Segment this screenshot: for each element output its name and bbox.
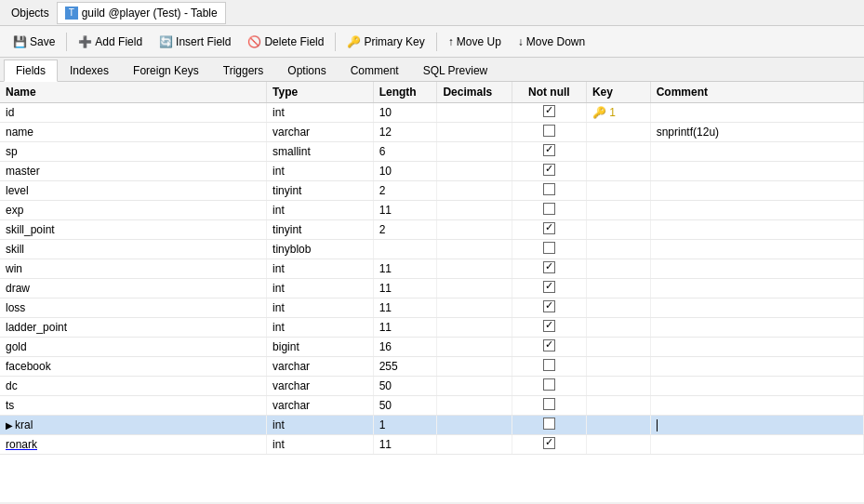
checkbox-unchecked[interactable]: [543, 418, 555, 430]
save-button[interactable]: 💾 Save: [6, 29, 62, 55]
move-up-button[interactable]: ↑ Move Up: [441, 29, 509, 55]
primary-key-button[interactable]: 🔑 Primary Key: [339, 29, 432, 55]
table-row[interactable]: drawint11: [0, 279, 864, 298]
cell-not-null[interactable]: [512, 416, 586, 435]
table-row[interactable]: ladder_pointint11: [0, 318, 864, 338]
table-row[interactable]: winint11: [0, 259, 864, 279]
checkbox-unchecked[interactable]: [543, 242, 555, 254]
table-row[interactable]: ▶ kralint1: [0, 416, 864, 435]
cell-name: dc: [0, 377, 267, 396]
insert-field-button[interactable]: 🔄 Insert Field: [152, 29, 238, 55]
cell-key: [586, 220, 650, 240]
cell-not-null[interactable]: [512, 298, 586, 318]
table-row[interactable]: facebookvarchar255: [0, 357, 864, 377]
table-row[interactable]: namevarchar12snprintf(12u): [0, 123, 864, 142]
checkbox-checked[interactable]: [543, 339, 555, 351]
cell-not-null[interactable]: [512, 396, 586, 416]
field-name: gold: [6, 340, 27, 353]
field-name: kral: [15, 418, 33, 431]
add-field-label: Add Field: [95, 35, 142, 48]
col-header-type: Type: [267, 82, 374, 103]
cell-length: [373, 240, 437, 259]
tab-foreign-keys[interactable]: Foreign Keys: [121, 60, 211, 81]
checkbox-unchecked[interactable]: [543, 183, 555, 195]
cell-not-null[interactable]: [512, 259, 586, 279]
cell-decimals: [437, 123, 512, 142]
cell-not-null[interactable]: [512, 279, 586, 298]
cell-not-null[interactable]: [512, 162, 586, 181]
field-name: facebook: [6, 360, 51, 373]
checkbox-unchecked[interactable]: [543, 398, 555, 410]
key-icon: 🔑 1: [592, 106, 616, 119]
checkbox-checked[interactable]: [543, 164, 555, 176]
checkbox-checked[interactable]: [543, 144, 555, 156]
checkbox-checked[interactable]: [543, 261, 555, 273]
tab-sql-preview[interactable]: SQL Preview: [411, 60, 500, 81]
checkbox-checked[interactable]: [543, 105, 555, 117]
cell-key: [586, 416, 650, 435]
cell-key: [586, 201, 650, 220]
table-row[interactable]: spsmallint6: [0, 142, 864, 162]
table-row[interactable]: tsvarchar50: [0, 396, 864, 416]
objects-tab[interactable]: Objects: [4, 5, 57, 21]
cell-not-null[interactable]: [512, 181, 586, 201]
cell-comment: [650, 240, 863, 259]
cell-decimals: [437, 103, 512, 123]
table-icon: T: [65, 7, 78, 20]
checkbox-unchecked[interactable]: [543, 203, 555, 215]
cell-not-null[interactable]: [512, 201, 586, 220]
cell-not-null[interactable]: [512, 220, 586, 240]
table-row[interactable]: idint10🔑 1: [0, 103, 864, 123]
tab-fields[interactable]: Fields: [4, 60, 58, 82]
cell-type: int: [267, 435, 374, 455]
tab-options[interactable]: Options: [275, 60, 338, 81]
checkbox-unchecked[interactable]: [543, 125, 555, 137]
cell-name: ladder_point: [0, 318, 267, 338]
cell-not-null[interactable]: [512, 435, 586, 455]
add-field-button[interactable]: ➕ Add Field: [71, 29, 150, 55]
table-row[interactable]: dcvarchar50: [0, 377, 864, 396]
checkbox-unchecked[interactable]: [543, 378, 555, 391]
tab-comment[interactable]: Comment: [339, 60, 411, 81]
cell-name: master: [0, 162, 267, 181]
cell-decimals: [437, 162, 512, 181]
checkbox-checked[interactable]: [543, 222, 555, 234]
cell-not-null[interactable]: [512, 377, 586, 396]
cell-not-null[interactable]: [512, 103, 586, 123]
checkbox-checked[interactable]: [543, 320, 555, 332]
cell-not-null[interactable]: [512, 123, 586, 142]
table-row[interactable]: leveltinyint2: [0, 181, 864, 201]
table-row[interactable]: skilltinyblob: [0, 240, 864, 259]
cell-comment: snprintf(12u): [650, 123, 863, 142]
table-row[interactable]: ronarkint11: [0, 435, 864, 455]
cell-key: [586, 240, 650, 259]
delete-field-label: Delete Field: [264, 35, 324, 48]
cell-decimals: [437, 377, 512, 396]
cell-not-null[interactable]: [512, 142, 586, 162]
cell-not-null[interactable]: [512, 357, 586, 377]
tab-indexes[interactable]: Indexes: [58, 60, 121, 81]
checkbox-checked[interactable]: [543, 281, 555, 293]
table-row[interactable]: goldbigint16: [0, 338, 864, 357]
table-row[interactable]: lossint11: [0, 298, 864, 318]
cell-not-null[interactable]: [512, 240, 586, 259]
table-row[interactable]: masterint10: [0, 162, 864, 181]
field-name: dc: [6, 379, 18, 392]
checkbox-checked[interactable]: [543, 437, 555, 449]
cell-not-null[interactable]: [512, 318, 586, 338]
tab-triggers[interactable]: Triggers: [211, 60, 276, 81]
table-row[interactable]: expint11: [0, 201, 864, 220]
cell-key: 🔑 1: [586, 103, 650, 123]
checkbox-checked[interactable]: [543, 300, 555, 312]
fields-table: Name Type Length Decimals Not null Key C…: [0, 82, 864, 455]
cell-not-null[interactable]: [512, 338, 586, 357]
col-header-decimals: Decimals: [437, 82, 512, 103]
cell-comment: [650, 396, 863, 416]
cell-decimals: [437, 396, 512, 416]
move-down-button[interactable]: ↓ Move Down: [511, 29, 592, 55]
delete-field-button[interactable]: 🚫 Delete Field: [240, 29, 331, 55]
cell-comment: [650, 279, 863, 298]
table-header-row: Name Type Length Decimals Not null Key C…: [0, 82, 864, 103]
table-row[interactable]: skill_pointtinyint2: [0, 220, 864, 240]
checkbox-unchecked[interactable]: [543, 359, 555, 371]
